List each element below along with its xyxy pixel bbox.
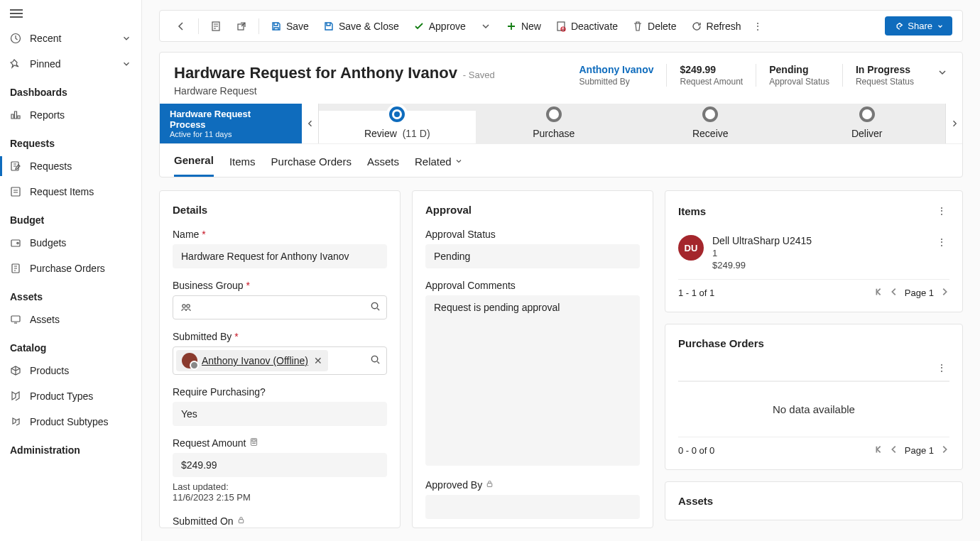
request-amount-input[interactable] <box>173 453 387 477</box>
lock-icon <box>485 479 494 491</box>
save-button[interactable]: Save <box>265 18 315 35</box>
sidebar-item-product-subtypes[interactable]: Product Subtypes <box>0 409 141 435</box>
stage-review[interactable]: Review (11 D) <box>319 111 476 143</box>
delete-label: Delete <box>648 21 676 32</box>
sidebar-section-requests: Requests <box>0 128 141 153</box>
pager-next-button[interactable] <box>940 287 949 299</box>
purchase-order-icon <box>10 263 21 274</box>
sidebar-item-product-types[interactable]: Product Types <box>0 383 141 409</box>
stage-purchase[interactable]: Purchase <box>476 111 633 143</box>
sidebar-item-request-items[interactable]: Request Items <box>0 179 141 204</box>
stage-label: Purchase <box>533 128 575 139</box>
pager-page: Page 1 <box>905 445 934 456</box>
sidebar-section-catalog: Catalog <box>0 332 141 358</box>
request-amount-label: Request Amount <box>173 437 246 449</box>
stage-dot-icon <box>702 106 718 122</box>
tab-items[interactable]: Items <box>229 154 256 177</box>
process-next-button[interactable] <box>945 104 962 143</box>
sidebar-item-requests[interactable]: Requests <box>0 153 141 179</box>
saved-indicator: - Saved <box>463 70 495 80</box>
search-icon[interactable] <box>370 301 381 314</box>
pager-prev-button[interactable] <box>889 287 899 299</box>
require-purchasing-input[interactable] <box>173 402 387 426</box>
header-expand-button[interactable] <box>927 64 948 80</box>
sidebar-recent[interactable]: Recent <box>0 26 141 51</box>
sidebar-item-purchase-orders[interactable]: Purchase Orders <box>0 256 141 281</box>
form-selector-button[interactable] <box>205 18 227 35</box>
sidebar: Recent Pinned Dashboards Reports Request… <box>0 0 142 541</box>
search-icon[interactable] <box>370 354 381 367</box>
sidebar-item-label: Budgets <box>30 237 66 248</box>
approve-flyout-button[interactable] <box>474 18 497 35</box>
metric-amount-label: Request Amount <box>680 77 743 87</box>
tab-assets[interactable]: Assets <box>367 154 399 177</box>
items-more-button[interactable]: ⋮ <box>934 204 949 218</box>
open-new-window-button[interactable] <box>230 18 253 35</box>
remove-chip-button[interactable]: ✕ <box>314 355 322 366</box>
delete-button[interactable]: Delete <box>626 18 682 35</box>
approval-status-input[interactable] <box>425 244 640 268</box>
metric-status-label: Request Status <box>856 77 914 87</box>
pager-next-button[interactable] <box>940 444 949 457</box>
list-item[interactable]: DU Dell UltraSharp U2415 1 $249.99 ⋮ <box>678 231 949 280</box>
sidebar-item-label: Assets <box>30 314 60 325</box>
approved-by-label: Approved By <box>425 479 482 491</box>
stage-label: Deliver <box>851 128 883 139</box>
items-pager: 1 - 1 of 1 Page 1 <box>678 280 949 299</box>
assets-card: Assets <box>665 481 963 520</box>
metric-submitted-by-value[interactable]: Anthony Ivanov <box>579 64 653 75</box>
back-button[interactable] <box>170 18 192 35</box>
deactivate-label: Deactivate <box>571 21 618 32</box>
business-group-lookup[interactable] <box>173 295 387 319</box>
save-label: Save <box>286 21 309 32</box>
pager-first-button[interactable] <box>873 444 883 457</box>
no-data-text: No data available <box>678 381 949 437</box>
item-avatar: DU <box>678 235 704 261</box>
pager-first-button[interactable] <box>873 287 883 299</box>
submitted-by-chip[interactable]: Anthony Ivanov (Offline) ✕ <box>176 350 328 371</box>
submitted-by-label: Submitted By <box>173 331 232 342</box>
approval-comments-label: Approval Comments <box>425 280 640 291</box>
po-more-button[interactable]: ⋮ <box>934 361 949 375</box>
item-price: $249.99 <box>712 260 925 270</box>
sidebar-section-dashboards: Dashboards <box>0 77 141 102</box>
stage-label: Receive <box>692 128 729 139</box>
share-label: Share <box>908 21 932 31</box>
record-header: Hardware Request for Anthony Ivanov - Sa… <box>159 52 963 177</box>
overflow-button[interactable]: ⋮ <box>750 19 766 33</box>
name-input[interactable] <box>173 244 387 268</box>
pager-prev-button[interactable] <box>889 444 899 457</box>
submitted-by-lookup[interactable]: Anthony Ivanov (Offline) ✕ <box>173 346 387 375</box>
sidebar-item-reports[interactable]: Reports <box>0 102 141 128</box>
stage-deliver[interactable]: Deliver <box>789 111 946 143</box>
metric-status-value: In Progress <box>856 64 914 75</box>
svg-point-17 <box>252 443 253 444</box>
item-more-button[interactable]: ⋮ <box>934 235 949 270</box>
deactivate-button[interactable]: Deactivate <box>550 18 624 35</box>
approve-button[interactable]: Approve <box>408 18 472 35</box>
new-button[interactable]: New <box>500 18 547 35</box>
stage-dot-icon <box>859 106 875 122</box>
svg-rect-2 <box>11 187 20 196</box>
tab-general[interactable]: General <box>174 154 214 177</box>
tab-related[interactable]: Related <box>415 154 463 177</box>
share-button[interactable]: Share <box>885 16 952 35</box>
sidebar-item-budgets[interactable]: Budgets <box>0 230 141 256</box>
budget-icon <box>10 237 21 248</box>
tab-purchase-orders[interactable]: Purchase Orders <box>271 154 352 177</box>
pager-count: 1 - 1 of 1 <box>678 288 714 298</box>
hamburger-menu-icon[interactable] <box>10 9 23 18</box>
sidebar-item-assets[interactable]: Assets <box>0 307 141 332</box>
svg-point-12 <box>187 305 190 307</box>
sidebar-item-products[interactable]: Products <box>0 358 141 383</box>
process-prev-button[interactable] <box>302 104 319 143</box>
stage-receive[interactable]: Receive <box>632 111 789 143</box>
save-close-button[interactable]: Save & Close <box>317 18 405 35</box>
approval-comments-input[interactable] <box>425 295 640 466</box>
refresh-button[interactable]: Refresh <box>685 18 747 35</box>
process-name-block[interactable]: Hardware Request Process Active for 11 d… <box>160 104 302 143</box>
svg-rect-16 <box>252 439 256 441</box>
process-name: Hardware Request Process <box>170 109 286 130</box>
sidebar-pinned[interactable]: Pinned <box>0 51 141 77</box>
approve-label: Approve <box>429 21 466 32</box>
